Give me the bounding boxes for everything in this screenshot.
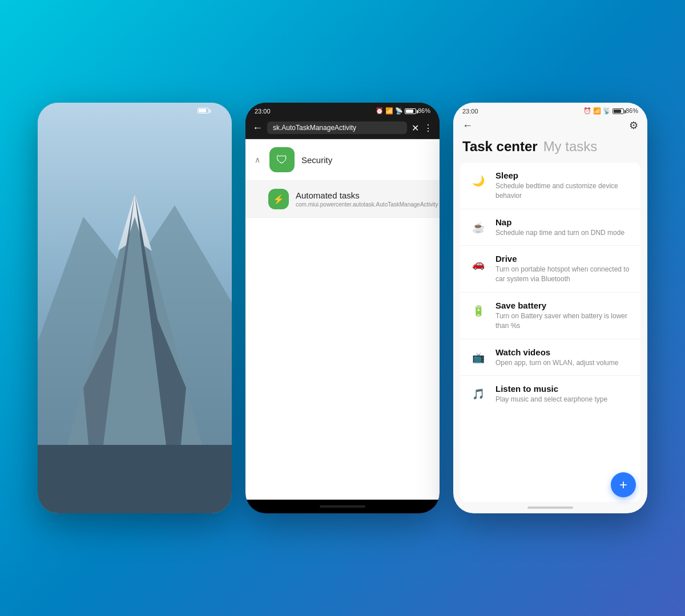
list-item[interactable]: 🌙 Sleep Schedule bedtime and customize d… — [460, 163, 640, 209]
browser-toolbar: ← sk.AutoTaskManageActivity ✕ ⋮ — [245, 117, 440, 139]
svg-rect-6 — [38, 445, 232, 513]
task-name: Drive — [495, 254, 631, 264]
task-name: Watch videos — [495, 347, 631, 357]
list-item[interactable]: 🎵 Listen to music Play music and select … — [460, 376, 640, 412]
autotask-icon: ⚡ — [268, 189, 289, 209]
battery-icon2 — [405, 108, 416, 114]
wifi-icon3: 📡 — [603, 107, 611, 114]
battery-save-icon: 🔋 — [469, 302, 487, 320]
task-name: Save battery — [495, 301, 631, 310]
menu-button[interactable]: ⋮ — [424, 123, 433, 133]
task-title: Task center — [462, 139, 538, 155]
list-item[interactable]: 🚗 Drive Turn on portable hotspot when co… — [460, 246, 640, 293]
nap-icon: ☕ — [469, 218, 487, 237]
bottom-indicator — [320, 505, 365, 508]
task-desc: Schedule bedtime and customize device be… — [495, 181, 631, 201]
task-desc: Open app, turn on WLAN, adjust volume — [495, 358, 631, 368]
bottom-indicator — [527, 506, 573, 509]
back-button-task[interactable]: ← — [462, 120, 473, 132]
back-button[interactable]: ← — [252, 122, 263, 134]
video-icon: 📺 — [469, 348, 487, 367]
signal-icon2: 📶 — [385, 107, 393, 114]
alarm-icon3: ⏰ — [583, 107, 591, 114]
task-name: Sleep — [495, 171, 631, 180]
status-bar-recent: 23:00 ⏰ 📶 📡 86% — [245, 103, 440, 117]
alarm-icon2: ⏰ — [376, 107, 384, 114]
sub-app-name: Automated tasks — [296, 191, 438, 200]
collapse-icon: ∧ — [255, 155, 260, 164]
music-icon: 🎵 — [469, 385, 487, 403]
task-toolbar: ← ⚙ — [453, 117, 647, 136]
url-bar[interactable]: sk.AutoTaskManageActivity — [267, 121, 407, 134]
battery-icon — [198, 108, 209, 114]
drive-icon: 🚗 — [469, 255, 487, 273]
task-name: Nap — [495, 217, 631, 227]
task-desc: Play music and select earphone type — [495, 395, 631, 404]
close-tab-button[interactable]: ✕ — [412, 123, 419, 133]
signal-icon3: 📶 — [593, 107, 601, 114]
add-task-button[interactable]: + — [611, 472, 636, 497]
list-item[interactable]: ☕ Nap Schedule nap time and turn on DND … — [460, 209, 640, 246]
security-app-icon: 🛡 — [269, 147, 295, 172]
list-item[interactable]: 🔋 Save battery Turn on Battery saver whe… — [460, 293, 640, 339]
status-time-task: 23:00 — [462, 108, 478, 115]
list-item[interactable]: ⚡ Automated tasks com.miui.powercenter.a… — [245, 181, 440, 218]
task-list: 🌙 Sleep Schedule bedtime and customize d… — [460, 163, 640, 502]
sleep-icon: 🌙 — [469, 172, 487, 190]
phone-home-screen: 22:59 ⏰ 📶 📡 86% 🚀 Запуск Activity ∧ 📞 💬 … — [38, 103, 232, 513]
list-item[interactable]: 📺 Watch videos Open app, turn on WLAN, a… — [460, 339, 640, 376]
sub-app-package: com.miui.powercenter.autotask.AutoTaskMa… — [296, 201, 438, 208]
status-bar-task: 23:00 ⏰ 📶 📡 86% — [453, 103, 647, 117]
battery-icon3 — [613, 108, 624, 114]
task-desc: Turn on portable hotspot when connected … — [495, 265, 631, 284]
battery-pct2: 86% — [418, 107, 430, 114]
phone-recent-apps: 23:00 ⏰ 📶 📡 86% ← sk.AutoTaskManageActiv… — [245, 103, 440, 513]
gear-icon[interactable]: ⚙ — [629, 119, 638, 132]
list-item[interactable]: ∧ 🛡 Security — [245, 139, 440, 181]
task-name: Listen to music — [495, 384, 631, 394]
task-title-area: Task center My tasks — [453, 136, 647, 163]
status-time-recent: 23:00 — [255, 108, 271, 115]
task-desc: Turn on Battery saver when battery is lo… — [495, 311, 631, 331]
task-subtitle: My tasks — [543, 139, 598, 155]
task-desc: Schedule nap time and turn on DND mode — [495, 228, 631, 238]
battery-pct3: 86% — [626, 107, 638, 114]
wifi-icon2: 📡 — [395, 107, 403, 114]
phone-task-center: 23:00 ⏰ 📶 📡 86% ← ⚙ Task center My tasks… — [453, 103, 647, 513]
app-name: Security — [301, 155, 430, 165]
recent-app-list: ∧ 🛡 Security ⚡ Automated tasks com.miui.… — [245, 139, 440, 500]
